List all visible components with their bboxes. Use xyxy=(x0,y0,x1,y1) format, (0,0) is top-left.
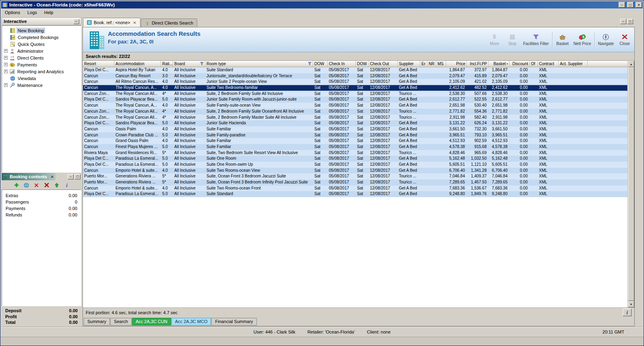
column-header-resort[interactable]: Resort xyxy=(83,61,114,67)
sidebar-item-quick-quotes[interactable]: Quick Quotes xyxy=(2,41,81,47)
booking-contents-close-icon[interactable]: ✕ xyxy=(51,175,54,179)
menu-help[interactable]: Help xyxy=(41,9,57,16)
globe-button[interactable] xyxy=(23,182,30,189)
column-header-accommodation[interactable]: Accommodation xyxy=(114,61,161,67)
sidebar-item-new-booking[interactable]: New Booking xyxy=(2,27,81,34)
column-header-of[interactable]: Of xyxy=(530,61,538,67)
vertical-scrollbar[interactable]: ▲ ▼ xyxy=(627,61,634,307)
result-row[interactable]: CancunCancun Bay Resort3.0All InclusiveJ… xyxy=(83,73,627,79)
expand-icon[interactable]: + xyxy=(4,49,8,53)
result-row[interactable]: Playa Del C...Sandos Playacar Bea...5.0A… xyxy=(83,97,627,103)
result-row[interactable]: Cancun Zon...The Royal Cancun All...4*Al… xyxy=(83,115,627,121)
result-row[interactable]: CancunOasis Palm4.0All InclusiveSuite Fa… xyxy=(83,126,627,132)
navigate-button[interactable]: Navigate xyxy=(596,28,616,51)
column-header-dow[interactable]: DOW xyxy=(313,61,328,67)
result-row[interactable]: CancunThe Royal Cancun, A...4.0All Inclu… xyxy=(83,103,627,109)
expand-icon[interactable]: + xyxy=(4,83,8,87)
view-tab-summary[interactable]: Summary xyxy=(84,318,110,325)
item-info-button[interactable]: i xyxy=(63,182,70,189)
column-header-act-supplier[interactable]: Act. Supplier xyxy=(559,61,588,67)
result-row[interactable]: Playa Del C...Paradisus La Esmeral...5.0… xyxy=(83,156,627,162)
result-row[interactable]: Puerto Mor...Generations Riviera ...5*Al… xyxy=(83,173,627,179)
booking-contents-item-passengers[interactable]: Passengers0 xyxy=(2,199,81,205)
column-header-dow[interactable]: DOW xyxy=(356,61,369,67)
result-row[interactable]: Playa Del C...Sandos Playacar Bea...5.0A… xyxy=(83,120,627,126)
result-row[interactable]: Playa Del C...Aspira Hotel By Tukan4.0Al… xyxy=(83,67,627,73)
view-tab-acc-2a-3c-cun[interactable]: Acc 2A,3C CUN xyxy=(132,318,171,325)
sidebar-item-direct-clients[interactable]: +Direct Clients xyxy=(2,54,81,61)
expand-icon[interactable]: + xyxy=(4,70,8,73)
booking-contents-minimize-button[interactable]: ─ xyxy=(68,174,74,179)
result-row[interactable]: CancunGrand Oasis Palm4.0All InclusiveSu… xyxy=(83,138,627,144)
menu-options[interactable]: Options xyxy=(1,9,24,16)
menu-logs[interactable]: Logs xyxy=(24,9,41,16)
expand-icon[interactable]: + xyxy=(4,63,8,66)
panel-collapse-button[interactable]: ─ xyxy=(73,19,79,24)
move-up-button[interactable] xyxy=(53,182,60,189)
stop-button[interactable]: Stop xyxy=(504,28,521,51)
result-row[interactable]: CancunAll Ritmo Cancun Res...4.0All Incl… xyxy=(83,79,627,85)
mdi-maximize-button[interactable]: ▢ xyxy=(627,19,633,24)
column-header-board[interactable]: Board xyxy=(173,61,205,67)
booking-contents-item-payments[interactable]: Payments0.00 xyxy=(2,205,81,212)
delete-item-button[interactable] xyxy=(33,182,40,189)
tab-close-icon[interactable]: ✕ xyxy=(133,21,136,25)
add-item-button[interactable] xyxy=(13,182,20,189)
column-header-rati[interactable]: Rati... xyxy=(161,61,173,67)
result-row[interactable]: CancunThe Royal Cancun, A...4.0All Inclu… xyxy=(83,85,627,91)
column-header-basket[interactable]: Basket▾ xyxy=(489,61,510,67)
scroll-down-icon[interactable]: ▼ xyxy=(628,301,634,307)
column-header-er[interactable]: Er xyxy=(420,61,427,67)
column-header-room-type[interactable]: Room type xyxy=(205,61,313,67)
result-row[interactable]: Riviera MayaGrand Residences Ri...5*All … xyxy=(83,150,627,156)
sidebar-item-reporting-and-analytics[interactable]: +Reporting and Analytics xyxy=(2,68,81,75)
booking-contents-maximize-button[interactable]: ▢ xyxy=(74,174,80,179)
filter-funnel-icon[interactable] xyxy=(200,62,204,66)
result-row[interactable]: CancunEmporio Hotel & suite...4.0All Inc… xyxy=(83,185,627,192)
view-tab-acc-2a-3c-mco[interactable]: Acc 2A,3C MCO xyxy=(171,318,211,325)
column-header-nr[interactable]: NR xyxy=(427,61,436,67)
filter-funnel-icon[interactable] xyxy=(308,62,312,66)
sidebar-item-completed-bookings[interactable]: Completed Bookings xyxy=(2,34,81,41)
sidebar-item-viewdata[interactable]: Viewdata xyxy=(2,75,81,82)
tab-direct-clients-search[interactable]: Direct Clients Search xyxy=(141,19,197,27)
more-button[interactable]: More xyxy=(486,28,504,51)
window-minimize-button[interactable]: ─ xyxy=(619,2,625,8)
column-header-check-out[interactable]: Check Out xyxy=(369,61,398,67)
column-header-check-in[interactable]: Check In xyxy=(328,61,356,67)
sidebar-item-payments[interactable]: +$Payments xyxy=(2,61,81,68)
result-row[interactable]: Cancun Zon...The Royal Cancun All...4*Al… xyxy=(83,91,627,97)
result-row[interactable]: Cancun Zon...The Royal Cancun All...4*Al… xyxy=(83,109,627,115)
result-row[interactable]: Puerto Mor...Generations Riviera ...5*Al… xyxy=(83,179,627,185)
result-row[interactable]: CancunEmporio Hotel & suite...4.0All Inc… xyxy=(83,168,627,174)
booking-contents-item-refunds[interactable]: Refunds0.00 xyxy=(2,212,81,218)
info-button[interactable]: i xyxy=(623,309,632,316)
column-header-supplier[interactable]: Supplier xyxy=(398,61,420,67)
expand-icon[interactable]: + xyxy=(4,56,8,60)
column-header-price[interactable]: Price xyxy=(446,61,467,67)
close-button[interactable]: Close xyxy=(616,28,634,51)
column-header-contract[interactable]: Contract xyxy=(538,61,559,67)
sidebar-item-maintenance[interactable]: +Maintenance xyxy=(2,82,81,89)
column-header-discount[interactable]: Discount xyxy=(510,61,530,67)
result-row[interactable]: Playa Del C...Paradisus La Esmeral...5.0… xyxy=(83,162,627,168)
tab-book-ref-none[interactable]: Book. ref.: <none>✕ xyxy=(83,18,140,27)
result-row[interactable]: Playa Del C...Paradisus La Esmeral...5.0… xyxy=(83,191,627,197)
window-maximize-button[interactable]: ▢ xyxy=(627,2,634,8)
nett-price-button[interactable]: $Nett Price xyxy=(572,28,593,51)
mdi-minimize-button[interactable]: ─ xyxy=(620,19,626,24)
view-tab-financial-summary[interactable]: Financial Summary xyxy=(211,318,256,325)
column-header-incl-fl-pp[interactable]: Incl.Fl.PP xyxy=(467,61,489,67)
scroll-up-icon[interactable]: ▲ xyxy=(628,61,634,67)
basket-button[interactable]: Basket xyxy=(554,28,572,51)
scrollbar-thumb[interactable] xyxy=(628,67,634,301)
result-row[interactable]: CancunCrown Paradise Club ...5.0All Incl… xyxy=(83,132,627,138)
facilities-filter-button[interactable]: Facilities Filter xyxy=(521,28,551,51)
sidebar-item-administrator[interactable]: +Administrator xyxy=(2,47,81,54)
booking-contents-item-extras[interactable]: Extras0.00 xyxy=(2,192,81,199)
result-row[interactable]: CancunFinest Playa Mujeres ...5.0All Inc… xyxy=(83,144,627,150)
view-tab-search[interactable]: Search xyxy=(110,318,132,325)
column-header-ms[interactable]: MS xyxy=(436,61,446,67)
window-close-button[interactable]: ✕ xyxy=(636,2,642,8)
remove-all-button[interactable] xyxy=(43,182,50,189)
